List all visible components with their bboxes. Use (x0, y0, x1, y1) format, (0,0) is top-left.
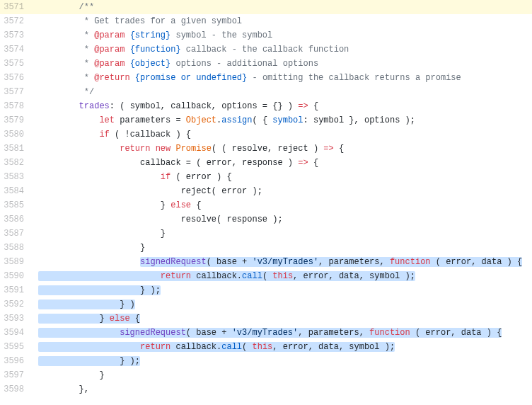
code-content[interactable]: if ( !callback ) { (31, 127, 532, 142)
code-line[interactable]: 3571 /** (0, 0, 532, 14)
token: if (99, 130, 109, 139)
line-number[interactable]: 3579 (0, 113, 31, 127)
code-line[interactable]: 3586 resolve( response ); (0, 212, 532, 227)
line-number[interactable]: 3585 (0, 198, 31, 212)
token: return (161, 271, 191, 281)
code-content[interactable]: } (31, 368, 532, 382)
line-number[interactable]: 3589 (0, 255, 31, 269)
code-line[interactable]: 3598 }, (0, 382, 532, 397)
line-number[interactable]: 3598 (0, 382, 31, 397)
token: { (130, 314, 140, 324)
code-content[interactable]: callback = ( error, response ) => { (31, 156, 532, 170)
code-content[interactable]: */ (31, 85, 532, 99)
line-number[interactable]: 3582 (0, 156, 31, 170)
line-number[interactable]: 3587 (0, 227, 31, 241)
token: * (84, 30, 94, 40)
code-content[interactable]: signedRequest( base + 'v3/myTrades', par… (31, 255, 532, 269)
code-content[interactable]: } else { (31, 312, 532, 326)
token: assign (221, 115, 252, 125)
line-number[interactable]: 3595 (0, 340, 31, 354)
code-line[interactable]: 3575 * @param {object} options - additio… (0, 57, 532, 71)
code-content[interactable]: } ); (31, 283, 532, 297)
token: } (140, 243, 145, 253)
code-line[interactable]: 3593 } else { (0, 312, 532, 326)
code-line[interactable]: 3583 if ( error ) { (0, 170, 532, 184)
code-line[interactable]: 3596 } ); (0, 354, 532, 368)
code-content[interactable]: /** (31, 0, 532, 14)
line-number[interactable]: 3583 (0, 170, 31, 184)
code-content[interactable]: } ); (31, 354, 532, 368)
code-line[interactable]: 3582 callback = ( error, response ) => { (0, 156, 532, 170)
code-content[interactable]: * @param {function} callback - the callb… (31, 42, 532, 57)
token: } ); (38, 356, 140, 366)
code-line[interactable]: 3579 let parameters = Object.assign( { s… (0, 113, 532, 127)
line-number[interactable]: 3575 (0, 57, 31, 71)
line-number[interactable]: 3584 (0, 184, 31, 198)
line-number[interactable]: 3588 (0, 241, 31, 255)
line-number[interactable]: 3581 (0, 142, 31, 156)
token: @return (94, 73, 129, 83)
code-content[interactable]: return callback.call( this, error, data,… (31, 269, 532, 283)
code-line[interactable]: 3592 } ) (0, 297, 532, 312)
code-content[interactable]: } else { (31, 198, 532, 212)
code-content[interactable]: if ( error ) { (31, 170, 532, 184)
line-number[interactable]: 3594 (0, 326, 31, 340)
code-content[interactable]: let parameters = Object.assign( { symbol… (31, 113, 532, 127)
code-content[interactable]: trades: ( symbol, callback, options = {}… (31, 99, 532, 113)
token: symbol (272, 115, 303, 125)
line-number[interactable]: 3578 (0, 99, 31, 113)
line-number[interactable]: 3597 (0, 368, 31, 382)
code-content[interactable]: return new Promise( ( resolve, reject ) … (31, 142, 532, 156)
code-line[interactable]: 3572 * Get trades for a given symbol (0, 14, 532, 28)
code-line[interactable]: 3587 } (0, 227, 532, 241)
code-line[interactable]: 3585 } else { (0, 198, 532, 212)
line-number[interactable]: 3590 (0, 269, 31, 283)
code-line[interactable]: 3584 reject( error ); (0, 184, 532, 198)
token (130, 73, 135, 83)
token: {string} (130, 30, 171, 40)
line-number[interactable]: 3591 (0, 283, 31, 297)
token: } ) (38, 300, 135, 309)
code-line[interactable]: 3574 * @param {function} callback - the … (0, 42, 532, 57)
code-view[interactable]: 3571 /**3572 * Get trades for a given sy… (0, 0, 532, 397)
code-line[interactable]: 3573 * @param {string} symbol - the symb… (0, 28, 532, 42)
code-line[interactable]: 3595 return callback.call( this, error, … (0, 340, 532, 354)
code-content[interactable]: resolve( response ); (31, 212, 532, 227)
line-number[interactable]: 3573 (0, 28, 31, 42)
code-line[interactable]: 3591 } ); (0, 283, 532, 297)
line-number[interactable]: 3572 (0, 14, 31, 28)
token: @param (94, 59, 125, 69)
code-line[interactable]: 3578 trades: ( symbol, callback, options… (0, 99, 532, 113)
code-content[interactable]: } ) (31, 297, 532, 312)
line-number[interactable]: 3574 (0, 42, 31, 57)
line-number[interactable]: 3576 (0, 71, 31, 85)
code-line[interactable]: 3597 } (0, 368, 532, 382)
line-number[interactable]: 3580 (0, 127, 31, 142)
token: let (99, 115, 115, 125)
code-line[interactable]: 3576 * @return {promise or undefined} - … (0, 71, 532, 85)
line-number[interactable]: 3571 (0, 0, 31, 14)
code-content[interactable]: } (31, 241, 532, 255)
code-content[interactable]: reject( error ); (31, 184, 532, 198)
code-content[interactable]: return callback.call( this, error, data,… (31, 340, 532, 354)
line-number[interactable]: 3586 (0, 212, 31, 227)
code-content[interactable]: * @param {object} options - additional o… (31, 57, 532, 71)
token: } (161, 229, 166, 239)
line-number[interactable]: 3596 (0, 354, 31, 368)
code-line[interactable]: 3580 if ( !callback ) { (0, 127, 532, 142)
code-line[interactable]: 3577 */ (0, 85, 532, 99)
line-number[interactable]: 3592 (0, 297, 31, 312)
code-line[interactable]: 3594 signedRequest( base + 'v3/myTrades'… (0, 326, 532, 340)
code-line[interactable]: 3589 signedRequest( base + 'v3/myTrades'… (0, 255, 532, 269)
line-number[interactable]: 3593 (0, 312, 31, 326)
code-content[interactable]: }, (31, 382, 532, 397)
code-content[interactable]: * Get trades for a given symbol (31, 14, 532, 28)
code-content[interactable]: * @return {promise or undefined} - omitt… (31, 71, 532, 85)
line-number[interactable]: 3577 (0, 85, 31, 99)
code-line[interactable]: 3581 return new Promise( ( resolve, reje… (0, 142, 532, 156)
code-content[interactable]: } (31, 227, 532, 241)
code-content[interactable]: * @param {string} symbol - the symbol (31, 28, 532, 42)
code-line[interactable]: 3590 return callback.call( this, error, … (0, 269, 532, 283)
code-content[interactable]: signedRequest( base + 'v3/myTrades', par… (31, 326, 532, 340)
code-line[interactable]: 3588 } (0, 241, 532, 255)
